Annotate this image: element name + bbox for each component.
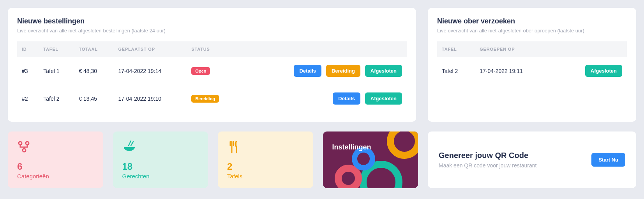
details-button[interactable]: Details [333, 92, 360, 105]
waiter-subtitle: Live overzicht van alle niet-afgesloten … [437, 28, 627, 34]
svg-line-3 [129, 141, 131, 146]
waiter-title: Nieuwe ober verzoeken [437, 17, 627, 25]
bowl-icon [122, 140, 199, 156]
order-id: #3 [17, 57, 39, 85]
order-tafel: Tafel 2 [39, 85, 74, 112]
waiter-th-geroepen: GEROEPEN OP [475, 41, 553, 57]
settings-tile[interactable]: Instellingen [323, 131, 418, 188]
table-row: Tafel 2 17-04-2022 19:11 Afgesloten [437, 57, 627, 85]
orders-table: ID TAFEL TOTAAL GEPLAATST OP STATUS #3 T… [17, 41, 407, 112]
orders-th-tafel: TAFEL [39, 41, 74, 57]
bereiding-button[interactable]: Bereiding [326, 65, 360, 77]
categories-tile[interactable]: 6 Categorieën [8, 131, 103, 188]
dishes-count: 18 [122, 161, 199, 172]
order-geplaatst: 17-04-2022 19:14 [113, 57, 187, 85]
waiter-th-tafel: TAFEL [437, 41, 475, 57]
qr-card: Genereer jouw QR Code Maak een QR code v… [428, 131, 636, 188]
utensils-icon [227, 140, 304, 156]
orders-th-id: ID [17, 41, 39, 57]
decorative-icon [387, 131, 418, 159]
svg-point-2 [23, 149, 26, 152]
dishes-label: Gerechten [122, 173, 199, 179]
svg-point-0 [19, 142, 22, 145]
waiter-geroepen: 17-04-2022 19:11 [475, 57, 553, 85]
waiter-card: Nieuwe ober verzoeken Live overzicht van… [428, 8, 636, 122]
afgesloten-button[interactable]: Afgesloten [585, 65, 622, 77]
dishes-tile[interactable]: 18 Gerechten [113, 131, 208, 188]
orders-title: Nieuwe bestellingen [17, 17, 407, 25]
orders-th-status: STATUS [187, 41, 238, 57]
table-row: #3 Tafel 1 € 48,30 17-04-2022 19:14 Open… [17, 57, 407, 85]
waiter-tafel: Tafel 2 [437, 57, 475, 85]
order-id: #2 [17, 85, 39, 112]
orders-card: Nieuwe bestellingen Live overzicht van a… [8, 8, 416, 122]
order-totaal: € 13,45 [74, 85, 113, 112]
orders-subtitle: Live overzicht van alle niet-afgesloten … [17, 28, 407, 34]
svg-point-1 [26, 142, 29, 145]
start-now-button[interactable]: Start Nu [591, 153, 625, 167]
categories-icon [17, 140, 94, 156]
tables-label: Tafels [227, 173, 304, 179]
table-row: #2 Tafel 2 € 13,45 17-04-2022 19:10 Bere… [17, 85, 407, 112]
afgesloten-button[interactable]: Afgesloten [365, 92, 402, 105]
waiter-table: TAFEL GEROEPEN OP Tafel 2 17-04-2022 19:… [437, 41, 627, 85]
order-totaal: € 48,30 [74, 57, 113, 85]
order-geplaatst: 17-04-2022 19:10 [113, 85, 187, 112]
qr-subtitle: Maak een QR code voor jouw restaurant [439, 162, 536, 169]
categories-label: Categorieën [17, 173, 94, 179]
tables-count: 2 [227, 161, 304, 172]
orders-th-totaal: TOTAAL [74, 41, 113, 57]
order-tafel: Tafel 1 [39, 57, 74, 85]
qr-title: Genereer jouw QR Code [439, 151, 536, 160]
details-button[interactable]: Details [294, 65, 321, 77]
tables-tile[interactable]: 2 Tafels [218, 131, 313, 188]
status-badge: Open [191, 67, 210, 75]
orders-th-geplaatst: GEPLAATST OP [113, 41, 187, 57]
categories-count: 6 [17, 161, 94, 172]
svg-line-4 [131, 142, 133, 146]
settings-label: Instellingen [332, 143, 371, 151]
status-badge: Bereiding [191, 95, 219, 103]
afgesloten-button[interactable]: Afgesloten [365, 65, 402, 77]
